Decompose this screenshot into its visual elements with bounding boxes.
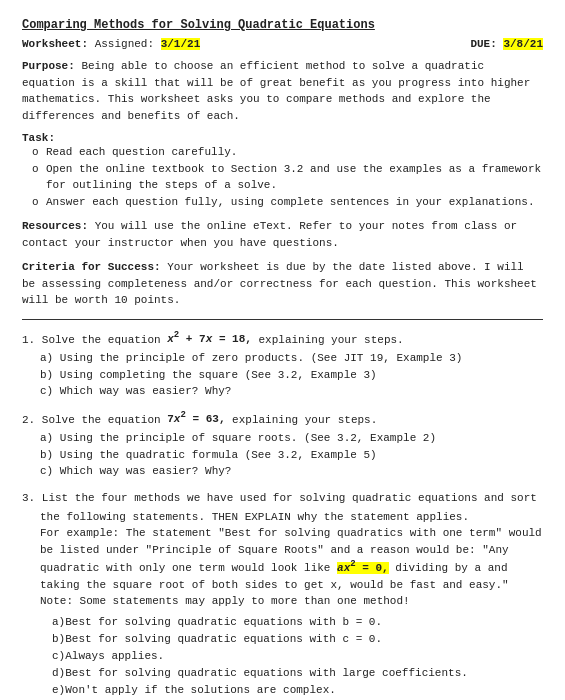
question-1: 1. Solve the equation x2 + 7x = 18, expl… [22,330,543,400]
q3-sub-e: e)Won't apply if the solutions are compl… [52,682,543,699]
due-date-block: DUE: 3/8/21 [470,38,543,50]
q2-part-a: a) Using the principle of square roots. … [40,430,543,447]
assigned-date: 3/1/21 [161,38,201,50]
worksheet-header: Worksheet: Assigned: 3/1/21 DUE: 3/8/21 [22,38,543,50]
purpose-label: Purpose: [22,60,75,72]
question-2-equation: 7x2 = 63, [167,413,225,425]
q3-sub-b: b)Best for solving quadratic equations w… [52,631,543,648]
question-2-title: 2. Solve the equation 7x2 = 63, explaini… [22,410,543,429]
task-item-1: Read each question carefully. [32,144,543,161]
question-1-parts: a) Using the principle of zero products.… [40,350,543,400]
task-list: Read each question carefully. Open the o… [32,144,543,210]
page-container: Comparing Methods for Solving Quadratic … [22,18,543,700]
q1-part-b: b) Using completing the square (See 3.2,… [40,367,543,384]
criteria-label: Criteria for Success: [22,261,161,273]
q3-sub-a: a)Best for solving quadratic equations w… [52,614,543,631]
criteria-section: Criteria for Success: Your worksheet is … [22,259,543,309]
resources-label: Resources: [22,220,88,232]
question-3: 3. List the four methods we have used fo… [22,490,543,700]
q3-line-note: Note: Some statements may apply to more … [40,593,543,610]
task-label: Task: [22,132,55,144]
q3-sub-c: c)Always applies. [52,648,543,665]
page-title: Comparing Methods for Solving Quadratic … [22,18,543,32]
q3-line-5: quadratic with only one term would look … [40,558,543,576]
q1-part-c: c) Which way was easier? Why? [40,383,543,400]
purpose-text: Being able to choose an efficient method… [22,60,530,122]
q1-part-a: a) Using the principle of zero products.… [40,350,543,367]
due-date: 3/8/21 [503,38,543,50]
resources-section: Resources: You will use the online eText… [22,218,543,251]
q2-part-b: b) Using the quadratic formula (See 3.2,… [40,447,543,464]
question-2-parts: a) Using the principle of square roots. … [40,430,543,480]
q3-line-3: For example: The statement "Best for sol… [40,525,543,542]
questions-section: 1. Solve the equation x2 + 7x = 18, expl… [22,330,543,701]
q3-line-6: taking the square root of both sides to … [40,577,543,594]
resources-text: You will use the online eText. Refer to … [22,220,517,249]
q2-part-c: c) Which way was easier? Why? [40,463,543,480]
task-item-3: Answer each question fully, using comple… [32,194,543,211]
task-section: Task: Read each question carefully. Open… [22,132,543,210]
q3-line-2: the following statements. THEN EXPLAIN w… [40,509,543,526]
q3-sub-list: a)Best for solving quadratic equations w… [52,614,543,700]
worksheet-assigned: Worksheet: Assigned: 3/1/21 [22,38,200,50]
q3-inline-equation: ax2 = 0, [337,562,389,574]
purpose-section: Purpose: Being able to choose an efficie… [22,58,543,124]
question-1-title: 1. Solve the equation x2 + 7x = 18, expl… [22,330,543,349]
q3-sub-d: d)Best for solving quadratic equations w… [52,665,543,682]
question-3-title: 3. List the four methods we have used fo… [22,490,543,507]
question-3-body: the following statements. THEN EXPLAIN w… [40,509,543,700]
q3-line-4: be listed under "Principle of Square Roo… [40,542,543,559]
task-item-2: Open the online textbook to Section 3.2 … [32,161,543,194]
section-divider [22,319,543,320]
question-2: 2. Solve the equation 7x2 = 63, explaini… [22,410,543,480]
question-1-equation: x2 + 7x = 18, [167,333,252,345]
